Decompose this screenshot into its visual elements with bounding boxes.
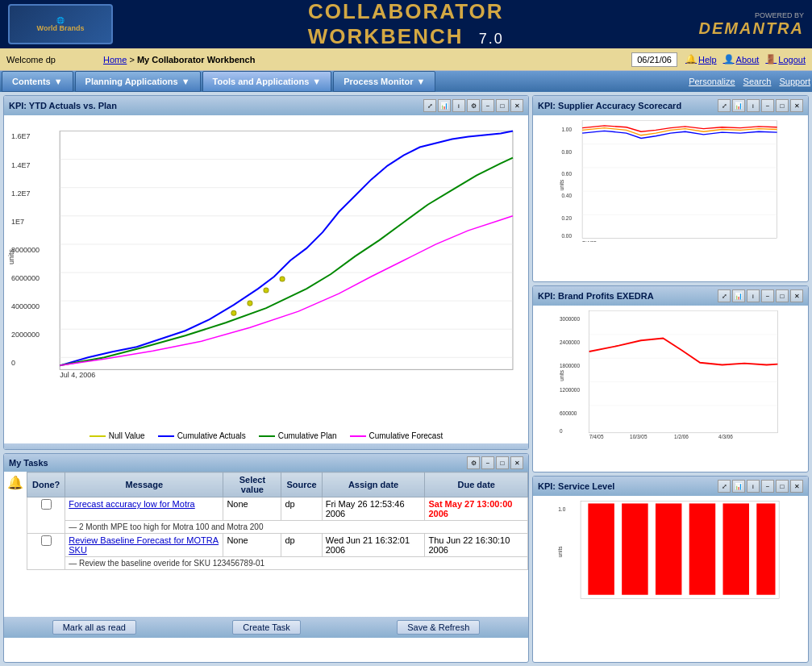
- legend-plan-color: [259, 435, 275, 437]
- about-button[interactable]: 👤 About: [723, 54, 760, 65]
- task-assign-cell: Fri May 26 12:53:46 2006: [322, 497, 425, 521]
- nav-tools-apps[interactable]: Tools and Applications ▼: [202, 71, 332, 92]
- service-info-icon[interactable]: i: [747, 480, 760, 493]
- svg-text:2000000: 2000000: [11, 331, 40, 339]
- svg-text:0.40: 0.40: [562, 193, 573, 198]
- nav-process-monitor[interactable]: Process Monitor ▼: [333, 71, 435, 92]
- svg-text:1200000: 1200000: [560, 387, 580, 393]
- current-page: My Collaborator Workbench: [137, 55, 255, 65]
- logout-button[interactable]: 🚪 Logout: [765, 54, 806, 65]
- tasks-icons: ⚙ − □ ✕: [467, 456, 523, 469]
- profits-info-icon[interactable]: i: [747, 289, 760, 302]
- kpi-profits-chart: 3000000 2400000 1800000 1200000 600000 0…: [533, 306, 808, 472]
- profits-chart-icon[interactable]: 📊: [732, 289, 745, 302]
- kpi-service-panel: KPI: Service Level ⤢ 📊 i − □ ✕ 1.0 units: [532, 476, 809, 663]
- kpi-close-icon[interactable]: ✕: [510, 99, 523, 112]
- tasks-scroll[interactable]: Done? Message Select value Source Assign…: [27, 472, 528, 617]
- svg-text:0: 0: [560, 428, 563, 434]
- service-chart-icon[interactable]: 📊: [732, 480, 745, 493]
- profits-minimize-icon[interactable]: −: [761, 289, 774, 302]
- nav-planning-apps[interactable]: Planning Applications ▼: [75, 71, 201, 92]
- sup-minimize-icon[interactable]: −: [761, 99, 774, 112]
- svg-text:1E7: 1E7: [11, 218, 24, 226]
- main-content: KPI: YTD Actuals vs. Plan ⤢ 📊 i ⚙ − □ ✕ …: [0, 92, 812, 666]
- tasks-restore-icon[interactable]: □: [496, 456, 509, 469]
- powered-area: POWERED BY DEMANTRA: [699, 11, 804, 38]
- service-restore-icon[interactable]: □: [776, 480, 789, 493]
- welcome-text: Welcome dp: [6, 55, 87, 65]
- profits-expand-icon[interactable]: ⤢: [718, 289, 731, 302]
- service-close-icon[interactable]: ✕: [790, 480, 803, 493]
- kpi-minimize-icon[interactable]: −: [481, 99, 494, 112]
- kpi-info-icon[interactable]: i: [452, 99, 465, 112]
- company-logo: DEMANTRA: [699, 19, 804, 38]
- svg-rect-63: [723, 503, 750, 594]
- svg-point-20: [231, 310, 236, 315]
- tasks-panel: My Tasks ⚙ − □ ✕ 🔔: [3, 453, 529, 663]
- task-checkbox[interactable]: [41, 535, 52, 546]
- task-link[interactable]: Forecast accuracy low for Motra: [69, 499, 195, 509]
- kpi-supplier-panel: KPI: Supplier Accuracy Scorecard ⤢ 📊 i −…: [532, 95, 809, 282]
- kpi-restore-icon[interactable]: □: [496, 99, 509, 112]
- svg-text:units: units: [7, 248, 15, 264]
- support-link[interactable]: Support: [779, 77, 810, 86]
- sup-expand-icon[interactable]: ⤢: [718, 99, 731, 112]
- task-source-cell: dp: [281, 497, 322, 521]
- create-task-button[interactable]: Create Task: [232, 620, 301, 635]
- logo-text: World Brands: [37, 24, 85, 32]
- profits-close-icon[interactable]: ✕: [790, 289, 803, 302]
- svg-rect-32: [582, 121, 777, 239]
- sup-info-icon[interactable]: i: [747, 99, 760, 112]
- service-expand-icon[interactable]: ⤢: [718, 480, 731, 493]
- profits-restore-icon[interactable]: □: [776, 289, 789, 302]
- task-link[interactable]: Review Baseline Forecast for MOTRA SKU: [69, 535, 219, 555]
- save-refresh-button[interactable]: Save & Refresh: [397, 620, 480, 635]
- svg-rect-62: [689, 503, 716, 594]
- kpi-expand-icon[interactable]: ⤢: [423, 99, 436, 112]
- breadcrumb: Home > My Collaborator Workbench: [87, 55, 623, 65]
- svg-text:8000000: 8000000: [11, 246, 40, 254]
- task-done-cell[interactable]: [27, 497, 65, 534]
- kpi-settings-icon[interactable]: ⚙: [467, 99, 480, 112]
- kpi-profits-title: KPI: Brand Profits EXEDRA: [538, 291, 654, 301]
- sup-restore-icon[interactable]: □: [776, 99, 789, 112]
- task-message-cell: Forecast accuracy low for Motra: [65, 497, 223, 521]
- nav-contents[interactable]: Contents ▼: [2, 71, 73, 92]
- title-area: COLLABORATOR WORKBENCH 7.0: [113, 0, 699, 49]
- mark-all-read-button[interactable]: Mark all as read: [52, 620, 136, 635]
- legend-forecast: Cumulative Forecast: [350, 431, 443, 440]
- kpi-profits-icons: ⤢ 📊 i − □ ✕: [718, 289, 803, 302]
- supplier-chart-svg: 1.00 0.80 0.60 0.40 0.20 0.00 units: [535, 117, 806, 242]
- task-checkbox[interactable]: [41, 499, 52, 510]
- task-due-cell: Thu Jun 22 16:30:10 2006: [425, 534, 528, 557]
- personalize-link[interactable]: Personalize: [689, 77, 735, 86]
- tasks-minimize-icon[interactable]: −: [481, 456, 494, 469]
- tasks-close-icon[interactable]: ✕: [510, 456, 523, 469]
- tasks-table: Done? Message Select value Source Assign…: [27, 472, 528, 570]
- task-done-cell[interactable]: [27, 534, 65, 570]
- kpi-service-chart: 1.0 units: [533, 496, 808, 663]
- search-link[interactable]: Search: [743, 77, 772, 86]
- table-row: Review Baseline Forecast for MOTRA SKU N…: [27, 534, 528, 557]
- task-message-cell: Review Baseline Forecast for MOTRA SKU: [65, 534, 223, 557]
- svg-text:4000000: 4000000: [11, 302, 40, 310]
- process-arrow-icon: ▼: [416, 77, 425, 86]
- legend-null: Null Value: [90, 431, 145, 440]
- nav-right: Personalize Search Support: [689, 71, 810, 92]
- kpi-chart-icon[interactable]: 📊: [438, 99, 451, 112]
- sup-chart-icon[interactable]: 📊: [732, 99, 745, 112]
- tasks-header: My Tasks ⚙ − □ ✕: [4, 454, 528, 472]
- svg-text:0.60: 0.60: [562, 171, 573, 177]
- svg-text:0.80: 0.80: [562, 149, 573, 155]
- service-minimize-icon[interactable]: −: [761, 480, 774, 493]
- svg-rect-59: [588, 503, 614, 594]
- kpi-ytd-status: Last Refresh: 06/21/06 03:19:12 PM Last …: [4, 443, 528, 450]
- col-source: Source: [281, 472, 322, 497]
- home-link[interactable]: Home: [103, 55, 127, 65]
- sup-close-icon[interactable]: ✕: [790, 99, 803, 112]
- tasks-settings-icon[interactable]: ⚙: [467, 456, 480, 469]
- legend-forecast-color: [350, 435, 366, 437]
- bell-area: 🔔: [4, 472, 27, 617]
- task-assign-cell: Wed Jun 21 16:32:01 2006: [322, 534, 425, 557]
- help-button[interactable]: 🔔 Help: [685, 54, 717, 65]
